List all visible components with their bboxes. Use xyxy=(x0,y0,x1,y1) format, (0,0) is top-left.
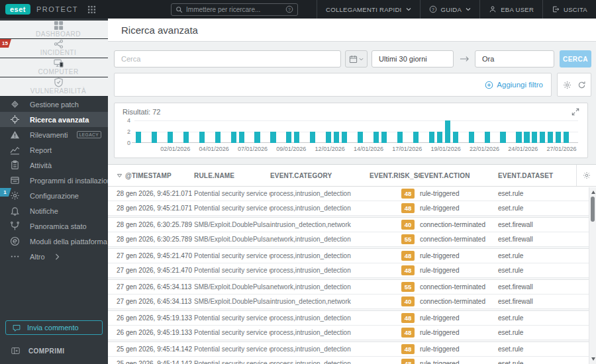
chart-bar[interactable] xyxy=(239,132,244,143)
chart-bar[interactable] xyxy=(429,132,434,143)
scroll-up-arrow[interactable] xyxy=(591,191,595,194)
send-feedback-button[interactable]: Invia commento xyxy=(5,320,103,335)
help-menu[interactable]: ? GUIDA xyxy=(420,0,480,19)
logout-button[interactable]: USCITA xyxy=(542,0,596,19)
refresh-icon[interactable] xyxy=(577,81,586,89)
chart-bar[interactable] xyxy=(413,132,419,143)
sidebar-item-altro[interactable]: Altro xyxy=(0,249,108,264)
chevron-down-icon xyxy=(406,7,411,11)
table-row[interactable]: 28 gen 2026, 6:30:25.789SMB/Exploit.Doub… xyxy=(108,218,589,232)
table-row[interactable]: 27 gen 2026, 9:45:21.470Potential securi… xyxy=(108,263,589,278)
chart-bar[interactable] xyxy=(500,132,505,143)
column-header-timestamp[interactable]: @TIMESTAMP xyxy=(108,172,194,179)
chart-bar[interactable] xyxy=(485,132,490,143)
expand-icon[interactable] xyxy=(571,108,579,116)
column-header-rule_name[interactable]: RULE.NAME xyxy=(194,172,270,179)
chart-bar[interactable] xyxy=(199,132,205,143)
date-to-input[interactable] xyxy=(475,50,554,68)
chart-bar[interactable] xyxy=(136,132,141,143)
chart-bar[interactable] xyxy=(437,132,442,143)
chart-bar[interactable] xyxy=(373,132,379,143)
collapse-sidebar-button[interactable]: COMPRIMI xyxy=(0,344,108,357)
table-row[interactable]: 28 gen 2026, 9:45:21.071Potential securi… xyxy=(108,201,589,216)
sidebar-item-incidenti[interactable]: 15INCIDENTI xyxy=(0,39,108,58)
chart-bar[interactable] xyxy=(294,132,299,143)
global-search-input[interactable] xyxy=(186,6,282,13)
global-search[interactable]: ? xyxy=(171,3,298,16)
sidebar-item-configurazione[interactable]: 1Configurazione xyxy=(0,188,108,203)
sidebar-item-ricerca-avanzata[interactable]: Ricerca avanzata xyxy=(0,112,108,127)
cell-event_action: rule-triggered xyxy=(420,205,498,212)
cell-timestamp: 26 gen 2026, 9:45:19.133 xyxy=(108,329,194,336)
sidebar-item-gestione-patch[interactable]: Gestione patch xyxy=(0,97,108,112)
chart-bar[interactable] xyxy=(183,132,189,143)
chart-bar[interactable] xyxy=(270,132,275,143)
table-row[interactable]: 28 gen 2026, 6:30:25.789SMB/Exploit.Doub… xyxy=(108,232,589,247)
column-settings-button[interactable] xyxy=(576,165,596,186)
sidebar-item-attivita[interactable]: Attività xyxy=(0,158,108,173)
table-row[interactable]: 25 gen 2026, 9:45:14.142Potential securi… xyxy=(108,357,589,364)
table-row[interactable]: 28 gen 2026, 9:45:21.071Potential securi… xyxy=(108,187,589,201)
table-row[interactable]: 25 gen 2026, 9:45:14.142Potential securi… xyxy=(108,342,589,357)
chart-bar[interactable] xyxy=(310,132,315,143)
chart-bar[interactable] xyxy=(334,132,339,143)
chart-bar[interactable] xyxy=(453,132,458,143)
table-row[interactable]: 27 gen 2026, 6:45:34.113SMB/Exploit.Doub… xyxy=(108,280,589,295)
sidebar-item-label: Altro xyxy=(30,253,45,261)
chart-bar[interactable] xyxy=(254,132,260,143)
gear-icon[interactable] xyxy=(563,81,571,89)
sidebar-item-programmi-di-installazione[interactable]: Programmi di installazione xyxy=(0,173,108,188)
search-button[interactable]: CERCA xyxy=(560,50,591,68)
sidebar-item-rilevamenti[interactable]: RilevamentiLEGACY xyxy=(0,127,108,142)
configuration-icon xyxy=(10,191,21,201)
chart-bar[interactable] xyxy=(231,132,236,143)
table-row[interactable]: 26 gen 2026, 9:45:19.133Potential securi… xyxy=(108,326,589,340)
chart-bar[interactable] xyxy=(358,132,363,143)
chart-bar[interactable] xyxy=(564,132,569,143)
add-filter-button[interactable]: Aggiungi filtro xyxy=(485,81,543,89)
vertical-scrollbar[interactable] xyxy=(589,187,596,364)
chart-bar[interactable] xyxy=(469,132,474,143)
chart-bar[interactable] xyxy=(556,132,561,143)
chart-bar[interactable] xyxy=(381,132,387,143)
column-header-event_dataset[interactable]: EVENT.DATASET xyxy=(498,172,576,179)
chart-bar[interactable] xyxy=(152,132,157,143)
chart-bar[interactable] xyxy=(286,132,291,143)
scroll-down-arrow[interactable] xyxy=(591,357,595,361)
sidebar-item-notifiche[interactable]: Notifiche xyxy=(0,203,108,218)
chart-bar[interactable] xyxy=(397,132,403,143)
app-launcher-icon[interactable] xyxy=(87,5,96,14)
cell-event_action: connection-terminated xyxy=(420,221,498,228)
chart-bar[interactable] xyxy=(524,132,529,143)
chart-bar[interactable] xyxy=(342,132,347,143)
chart-bar[interactable] xyxy=(540,132,545,143)
table-row[interactable]: 27 gen 2026, 9:45:21.470Potential securi… xyxy=(108,249,589,263)
sidebar-item-panoramica-stato[interactable]: Panoramica stato xyxy=(0,218,108,234)
column-header-event_risk_score[interactable]: EVENT.RISK_SCORE xyxy=(370,172,420,179)
chart-bar[interactable] xyxy=(168,132,173,143)
chart-bar[interactable] xyxy=(215,132,221,143)
date-from-input[interactable] xyxy=(372,50,454,68)
quick-links-menu[interactable]: COLLEGAMENTI RAPIDI xyxy=(317,0,419,19)
sidebar-item-dashboard[interactable]: DASHBOARD xyxy=(0,20,108,39)
sidebar-item-moduli-della-piattaforma[interactable]: Moduli della piattaforma xyxy=(0,234,108,249)
cell-event_action: connection-terminated xyxy=(420,236,498,243)
column-header-event_category[interactable]: EVENT.CATEGORY xyxy=(270,172,370,179)
sidebar-item-computer[interactable]: COMPUTER xyxy=(0,58,108,77)
query-search-input[interactable] xyxy=(114,50,341,68)
sidebar-item-vulnerabilita[interactable]: VULNERABILITÀ xyxy=(0,77,108,97)
cell-rule_name: Potential security service disco... xyxy=(194,205,270,212)
table-row[interactable]: 26 gen 2026, 9:45:19.133Potential securi… xyxy=(108,311,589,326)
help-circle-icon[interactable]: ? xyxy=(285,5,293,13)
date-picker-button[interactable] xyxy=(345,50,368,68)
chart-bar[interactable] xyxy=(326,132,331,143)
chart-bar[interactable] xyxy=(445,120,450,143)
column-header-event_action[interactable]: EVENT.ACTION xyxy=(420,172,498,179)
scrollbar-thumb[interactable] xyxy=(591,197,595,222)
user-menu[interactable]: EBA USER xyxy=(479,0,542,19)
table-row[interactable]: 27 gen 2026, 6:45:34.113SMB/Exploit.Doub… xyxy=(108,295,589,309)
chart-bar[interactable] xyxy=(516,132,521,143)
sidebar-item-report[interactable]: Report xyxy=(0,142,108,158)
chart-bar[interactable] xyxy=(532,132,537,143)
chart-bar[interactable] xyxy=(548,132,553,143)
